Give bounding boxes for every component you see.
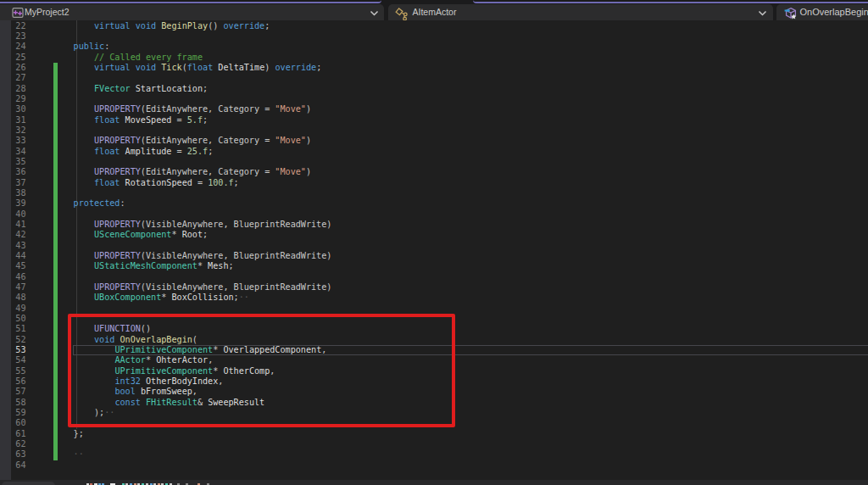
member-dropdown[interactable]: OnOverlapBegin( bbox=[776, 4, 868, 21]
line-number[interactable]: 63 bbox=[0, 449, 26, 460]
line-number[interactable]: 64 bbox=[0, 460, 26, 471]
cpp-project-icon bbox=[12, 7, 24, 19]
chevron-down-icon[interactable] bbox=[758, 10, 767, 17]
member-dropdown-label: OnOverlapBegin( bbox=[800, 7, 868, 17]
class-dropdown-label: AItemActor bbox=[413, 7, 457, 17]
code-line[interactable]: float MoveSpeed = 5.f; bbox=[74, 115, 868, 125]
code-line[interactable] bbox=[74, 188, 868, 198]
code-line[interactable] bbox=[74, 460, 868, 471]
code-line[interactable]: virtual void Tick(float DeltaTime) overr… bbox=[74, 63, 868, 73]
line-number[interactable]: 42 bbox=[0, 230, 26, 240]
code-line[interactable]: virtual void BeginPlay() override; bbox=[74, 21, 868, 31]
code-line[interactable]: float Amplitude = 25.f; bbox=[74, 147, 868, 157]
line-number[interactable]: 52 bbox=[0, 335, 26, 345]
line-number[interactable]: 44 bbox=[0, 251, 26, 261]
line-number[interactable]: 51 bbox=[0, 324, 26, 334]
code-line[interactable]: ·· bbox=[74, 449, 868, 460]
bottom-panel-edge bbox=[0, 480, 868, 485]
code-line[interactable]: UPROPERTY(VisibleAnywhere, BlueprintRead… bbox=[74, 251, 868, 261]
line-number[interactable]: 58 bbox=[0, 398, 26, 408]
code-line[interactable] bbox=[74, 304, 868, 314]
code-line[interactable]: UStaticMeshComponent* Mesh; bbox=[74, 261, 868, 271]
code-line[interactable]: }; bbox=[74, 429, 868, 439]
code-line[interactable] bbox=[74, 439, 868, 449]
line-number[interactable]: 54 bbox=[0, 355, 26, 365]
line-number[interactable]: 29 bbox=[0, 94, 26, 104]
line-number[interactable]: 46 bbox=[0, 272, 26, 282]
code-line[interactable]: UBoxComponent* BoxCollision;·· bbox=[74, 293, 868, 303]
line-number[interactable]: 53 bbox=[0, 345, 26, 355]
code-line[interactable]: UPROPERTY(EditAnywhere, Category = "Move… bbox=[74, 167, 868, 177]
line-number[interactable]: 24 bbox=[0, 42, 26, 52]
line-number[interactable]: 40 bbox=[0, 209, 26, 220]
active-tab-underline-right bbox=[473, 0, 868, 3]
code-line[interactable]: FVector StartLocation; bbox=[74, 84, 868, 94]
line-number[interactable]: 26 bbox=[0, 63, 26, 73]
line-number[interactable]: 27 bbox=[0, 73, 26, 83]
code-line[interactable] bbox=[74, 272, 868, 282]
line-number[interactable]: 56 bbox=[0, 376, 26, 387]
code-line[interactable]: float RotationSpeed = 100.f; bbox=[74, 178, 868, 188]
line-number[interactable]: 50 bbox=[0, 314, 26, 324]
vs-editor-window: MyProject2 AItemActor bbox=[0, 0, 868, 485]
code-line[interactable] bbox=[74, 31, 868, 42]
line-number[interactable]: 30 bbox=[0, 104, 26, 114]
code-line[interactable]: UPROPERTY(EditAnywhere, Category = "Move… bbox=[74, 104, 868, 114]
code-line[interactable] bbox=[74, 94, 868, 104]
line-number[interactable]: 49 bbox=[0, 304, 26, 314]
line-number[interactable]: 39 bbox=[0, 198, 26, 209]
code-line[interactable] bbox=[74, 73, 868, 83]
method-icon bbox=[784, 7, 798, 20]
change-tracking-bar bbox=[53, 63, 58, 460]
bottom-panel-tab[interactable] bbox=[2, 482, 55, 485]
line-number[interactable]: 45 bbox=[0, 261, 26, 271]
line-number[interactable]: 62 bbox=[0, 439, 26, 449]
code-line[interactable]: public: bbox=[74, 42, 868, 52]
line-number[interactable]: 25 bbox=[0, 53, 26, 63]
line-number[interactable]: 41 bbox=[0, 220, 26, 230]
class-icon bbox=[395, 7, 410, 21]
line-number[interactable]: 32 bbox=[0, 125, 26, 136]
code-line[interactable]: UPROPERTY(VisibleAnywhere, BlueprintRead… bbox=[74, 220, 868, 230]
line-number[interactable]: 59 bbox=[0, 408, 26, 418]
line-number[interactable]: 34 bbox=[0, 147, 26, 157]
active-tab-underline-left bbox=[0, 0, 381, 3]
code-editor[interactable]: 2223242526272829303132333435363738394041… bbox=[0, 20, 868, 480]
line-number[interactable]: 57 bbox=[0, 387, 26, 397]
project-dropdown-label: MyProject2 bbox=[25, 7, 70, 17]
line-number[interactable]: 48 bbox=[0, 293, 26, 303]
line-number-gutter[interactable]: 2223242526272829303132333435363738394041… bbox=[0, 21, 26, 471]
line-number[interactable]: 60 bbox=[0, 418, 26, 428]
line-number[interactable]: 36 bbox=[0, 167, 26, 177]
line-number[interactable]: 43 bbox=[0, 241, 26, 251]
line-number[interactable]: 61 bbox=[0, 429, 26, 439]
annotation-rectangle bbox=[68, 314, 455, 427]
code-line[interactable] bbox=[74, 209, 868, 220]
line-number[interactable]: 35 bbox=[0, 157, 26, 167]
line-number[interactable]: 55 bbox=[0, 366, 26, 376]
line-number[interactable]: 22 bbox=[0, 21, 26, 31]
code-line[interactable] bbox=[74, 241, 868, 251]
code-line[interactable] bbox=[74, 125, 868, 136]
line-number[interactable]: 23 bbox=[0, 31, 26, 42]
line-number[interactable]: 38 bbox=[0, 188, 26, 198]
line-number[interactable]: 33 bbox=[0, 136, 26, 146]
chevron-down-icon[interactable] bbox=[370, 10, 379, 17]
line-number[interactable]: 28 bbox=[0, 84, 26, 94]
line-number[interactable]: 47 bbox=[0, 282, 26, 293]
code-line[interactable]: UPROPERTY(VisibleAnywhere, BlueprintRead… bbox=[74, 282, 868, 293]
line-number[interactable]: 31 bbox=[0, 115, 26, 125]
code-line[interactable]: USceneComponent* Root; bbox=[74, 230, 868, 240]
code-line[interactable]: // Called every frame bbox=[74, 53, 868, 63]
code-line[interactable]: protected: bbox=[74, 198, 868, 209]
code-line[interactable]: UPROPERTY(EditAnywhere, Category = "Move… bbox=[74, 136, 868, 146]
project-dropdown[interactable]: MyProject2 bbox=[0, 4, 384, 21]
code-line[interactable] bbox=[74, 157, 868, 167]
navigation-bar: MyProject2 AItemActor bbox=[0, 0, 868, 20]
line-number[interactable]: 37 bbox=[0, 178, 26, 188]
class-dropdown[interactable]: AItemActor bbox=[388, 4, 773, 21]
